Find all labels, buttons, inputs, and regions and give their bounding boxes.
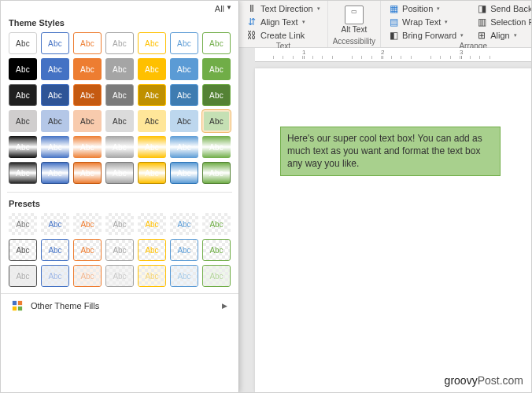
text-direction-icon: Ⅱ	[246, 3, 257, 14]
style-swatch[interactable]: Abc	[138, 110, 166, 132]
style-swatch[interactable]: Abc	[202, 110, 231, 132]
style-swatch[interactable]: Abc	[73, 58, 102, 80]
preset-swatch[interactable]: Abc	[73, 265, 102, 287]
preset-swatch[interactable]: Abc	[202, 265, 231, 287]
send-backward-icon: ◨	[476, 3, 487, 14]
swatch-label: Abc	[145, 169, 159, 178]
group-label-accessibility: Accessibility	[333, 37, 375, 47]
preset-swatch[interactable]: Abc	[9, 265, 37, 287]
preset-swatch[interactable]: Abc	[105, 213, 134, 235]
preset-swatch[interactable]: Abc	[41, 213, 69, 235]
document-canvas[interactable]: Here's our super cool text box! You can …	[255, 68, 532, 392]
align-button[interactable]: ⊞Align▾	[474, 29, 532, 42]
style-swatch[interactable]: Abc	[9, 162, 37, 184]
style-swatch[interactable]: Abc	[9, 136, 37, 158]
swatch-label: Abc	[145, 220, 158, 229]
style-swatch[interactable]: Abc	[9, 110, 37, 132]
swatch-label: Abc	[145, 39, 159, 48]
style-swatch[interactable]: Abc	[202, 136, 231, 158]
style-swatch[interactable]: Abc	[170, 32, 198, 54]
swatch-label: Abc	[177, 246, 190, 255]
other-theme-fills-button[interactable]: Other Theme Fills ▶	[1, 293, 238, 318]
svg-rect-2	[13, 307, 17, 310]
style-swatch[interactable]: Abc	[202, 84, 231, 106]
style-swatch[interactable]: Abc	[9, 32, 37, 54]
position-button[interactable]: ▦Position▾	[386, 2, 466, 15]
style-swatch[interactable]: Abc	[41, 58, 69, 80]
filter-label: All	[215, 4, 224, 13]
swatch-label: Abc	[209, 117, 224, 126]
preset-swatch[interactable]: Abc	[9, 213, 37, 235]
style-swatch[interactable]: Abc	[138, 136, 166, 158]
style-swatch[interactable]: Abc	[41, 32, 69, 54]
style-swatch[interactable]: Abc	[73, 32, 102, 54]
chevron-down-icon: ▾	[445, 19, 448, 25]
alt-text-icon: ▭	[345, 6, 364, 24]
preset-swatch[interactable]: Abc	[170, 213, 198, 235]
style-swatch[interactable]: Abc	[170, 84, 198, 106]
send-backward-button[interactable]: ◨Send Backward▾	[474, 2, 532, 15]
style-swatch[interactable]: Abc	[41, 110, 69, 132]
style-swatch[interactable]: Abc	[73, 162, 102, 184]
align-text-button[interactable]: ⇵Align Text▾	[244, 16, 323, 28]
style-swatch[interactable]: Abc	[105, 32, 134, 54]
style-swatch[interactable]: Abc	[105, 110, 134, 132]
preset-swatch[interactable]: Abc	[202, 239, 231, 261]
selection-pane-button[interactable]: ▥Selection Pane	[474, 16, 532, 28]
create-link-button[interactable]: ⛓Create Link	[244, 29, 323, 42]
style-swatch[interactable]: Abc	[138, 32, 166, 54]
swatch-label: Abc	[209, 272, 223, 281]
swatch-label: Abc	[48, 220, 61, 229]
preset-swatch[interactable]: Abc	[73, 213, 102, 235]
swatch-label: Abc	[113, 91, 127, 100]
swatch-label: Abc	[16, 169, 30, 178]
style-swatch[interactable]: Abc	[73, 136, 102, 158]
style-swatch[interactable]: Abc	[105, 58, 134, 80]
gallery-filter[interactable]: All ▼	[1, 1, 238, 13]
swatch-label: Abc	[16, 246, 29, 255]
style-swatch[interactable]: Abc	[170, 136, 198, 158]
text-direction-button[interactable]: ⅡText Direction▾	[244, 2, 323, 15]
style-swatch[interactable]: Abc	[202, 162, 231, 184]
swatch-label: Abc	[80, 65, 94, 74]
bring-forward-button[interactable]: ◧Bring Forward▾	[386, 29, 466, 42]
style-swatch[interactable]: Abc	[170, 110, 198, 132]
style-swatch[interactable]: Abc	[9, 84, 37, 106]
style-swatch[interactable]: Abc	[73, 110, 102, 132]
position-icon: ▦	[388, 3, 399, 14]
preset-swatch[interactable]: Abc	[41, 265, 69, 287]
style-swatch[interactable]: Abc	[105, 162, 134, 184]
style-swatch[interactable]: Abc	[170, 162, 198, 184]
preset-swatch[interactable]: Abc	[105, 239, 134, 261]
style-swatch[interactable]: Abc	[202, 58, 231, 80]
preset-swatch[interactable]: Abc	[138, 213, 166, 235]
style-swatch[interactable]: Abc	[9, 58, 37, 80]
text-box[interactable]: Here's our super cool text box! You can …	[280, 127, 501, 176]
style-swatch[interactable]: Abc	[138, 58, 166, 80]
preset-swatch[interactable]: Abc	[9, 239, 37, 261]
style-swatch[interactable]: Abc	[73, 84, 102, 106]
style-swatch[interactable]: Abc	[138, 162, 166, 184]
swatch-label: Abc	[145, 272, 158, 281]
preset-swatch[interactable]: Abc	[138, 239, 166, 261]
preset-swatch[interactable]: Abc	[41, 239, 69, 261]
alt-text-button[interactable]: ▭ Alt Text	[338, 4, 371, 36]
style-swatch[interactable]: Abc	[105, 136, 134, 158]
style-swatch[interactable]: Abc	[170, 58, 198, 80]
horizontal-ruler: 123	[255, 48, 532, 62]
preset-swatch[interactable]: Abc	[202, 213, 231, 235]
preset-swatch[interactable]: Abc	[105, 265, 134, 287]
preset-swatch[interactable]: Abc	[170, 239, 198, 261]
style-swatch[interactable]: Abc	[202, 32, 231, 54]
swatch-label: Abc	[113, 39, 127, 48]
style-swatch[interactable]: Abc	[138, 84, 166, 106]
style-swatch[interactable]: Abc	[41, 162, 69, 184]
preset-swatch[interactable]: Abc	[73, 239, 102, 261]
style-swatch[interactable]: Abc	[41, 84, 69, 106]
preset-swatch[interactable]: Abc	[138, 265, 166, 287]
style-swatch[interactable]: Abc	[105, 84, 134, 106]
wrap-text-button[interactable]: ▤Wrap Text▾	[386, 16, 466, 28]
watermark: groovyPost.com	[445, 374, 523, 387]
style-swatch[interactable]: Abc	[41, 136, 69, 158]
preset-swatch[interactable]: Abc	[170, 265, 198, 287]
